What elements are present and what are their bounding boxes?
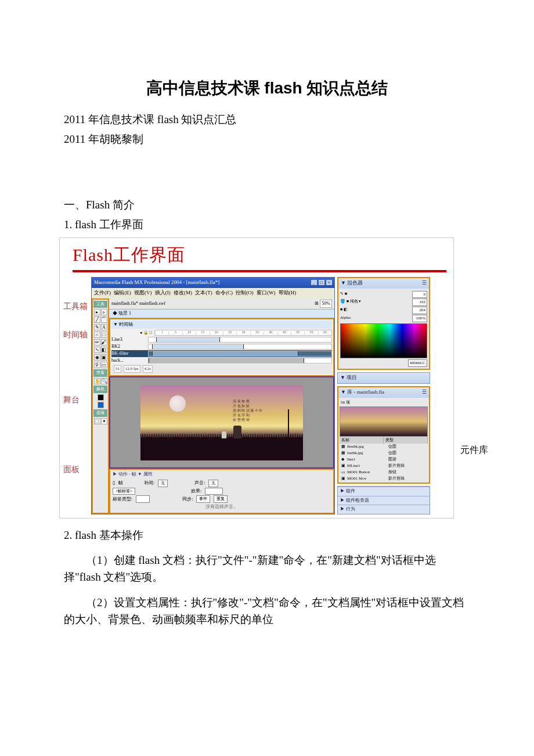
color-panel-title: ▼ 混色器	[341, 279, 363, 287]
frame-label: 帧	[118, 480, 123, 487]
label-timeline: 时间轴	[63, 329, 89, 341]
label-type-value	[136, 495, 150, 503]
library-panel: ▼ 库 - mainflash.fla☰ 56 项 名称 类型 ▦firstbk…	[337, 386, 430, 484]
lib-item-0: firstbk.jpg	[345, 444, 387, 450]
alpha-label: Alpha:	[340, 315, 351, 322]
person-graphic	[233, 426, 241, 438]
lib-type-5: 影片剪辑	[387, 476, 428, 482]
section-heading: 一、Flash 简介	[64, 196, 470, 213]
behaviors-panel: ▶ 行为	[338, 505, 430, 513]
doc-tab-names: mainflash.fla* mainflash.swf	[111, 300, 165, 307]
lib-item-1: lastbk.jpg	[345, 450, 387, 456]
snap-icon: ✦	[101, 418, 107, 424]
ruler-1: 1	[155, 330, 168, 335]
toolbox: 工具 ▸▹ ╱⌒ ✎A ○□ ✏🖌 ⤡◧ ◉▣ ⚲▭ 查看 ✋🔍 颜色	[92, 298, 109, 514]
sound-label: 声音:	[194, 480, 205, 487]
tl-time: 4.2s	[143, 365, 153, 373]
ruler-10: 10	[182, 330, 196, 335]
fit-icon: ⊞	[315, 300, 319, 307]
arrow-icon: ▸	[94, 309, 100, 315]
doc-subtitle-1: 2011 年信息技术课 flash 知识点汇总	[64, 111, 470, 128]
ink-icon: ◉	[94, 354, 100, 361]
doc-tabs: mainflash.fla* mainflash.swf ⊞ 50%	[109, 298, 334, 309]
poem-text: 清 夜 無 塵月 色 如 銀酒 斟 時 須 滿 十 分浮 名 浮 利休 苦 勞 …	[233, 399, 262, 422]
collapsed-panels: ▶ 组件 ▶ 组件检查器 ▶ 行为	[337, 486, 430, 514]
timeline-title: ▼ 时间轴	[111, 321, 332, 329]
rect-icon: □	[101, 332, 107, 338]
tree-graphic	[288, 409, 289, 438]
eraser-icon: ▭	[101, 362, 107, 368]
label-library: 元件库	[460, 443, 488, 458]
figure-rule	[73, 270, 446, 272]
ruler-25: 25	[223, 330, 236, 335]
ruler-35: 35	[250, 330, 264, 335]
menu-modify: 修改(M)	[174, 290, 192, 296]
color-mode: 纯色	[350, 299, 358, 304]
effect-value	[205, 488, 223, 495]
project-panel-title: ▼ 项目	[340, 374, 357, 382]
menu-text: 文本(T)	[195, 290, 212, 296]
library-preview	[340, 406, 428, 437]
ruler-55: 55	[304, 330, 317, 335]
tl-frame: 51	[114, 365, 121, 373]
ground-graphic	[140, 437, 303, 460]
lasso-icon: ⌒	[101, 316, 107, 323]
lib-item-2: line1	[345, 456, 387, 463]
frame-name-input: <帧标签>	[113, 488, 135, 495]
movieclip-icon: ▣	[340, 476, 345, 482]
components-panel: ▶ 组件	[338, 487, 430, 495]
window-controls: _ □ ×	[311, 279, 333, 287]
doc-title: 高中信息技术课 flash 知识点总结	[64, 75, 470, 100]
lib-type-3: 影片剪辑	[387, 463, 428, 469]
color-section: 颜色	[93, 386, 107, 393]
sound-value: 无	[208, 480, 218, 487]
prop-tabs: ▶ 动作 - 帧 ▼ 属性	[113, 471, 331, 478]
figure-title: Flash工作界面	[73, 245, 185, 264]
timeline-panel: ▼ 时间轴 ● 🔒 □ 1 5 10 15 20 25	[109, 318, 334, 376]
sync-value: 事件	[196, 495, 210, 503]
view-section: 查看	[93, 369, 107, 377]
button-icon: ▭	[340, 469, 345, 476]
repeat-value: 重复	[214, 495, 228, 503]
ruler-60: 60	[318, 330, 331, 335]
item-1: 1. flash 工作界面	[64, 216, 470, 233]
frame-icon: ▯	[113, 480, 115, 487]
lib-item-4: MO01 Button	[345, 469, 387, 476]
flash-window: Macromedia Flash MX Professional 2004 - …	[91, 277, 335, 514]
color-a: 100%	[412, 315, 427, 322]
maximize-icon: □	[319, 280, 324, 285]
option-icon: ⬚	[94, 418, 100, 424]
ruler-50: 50	[291, 330, 304, 335]
lib-type-2: 图形	[387, 456, 428, 463]
lib-type-4: 按钮	[387, 469, 428, 476]
stage-area: 清 夜 無 塵月 色 如 銀酒 斟 時 須 滿 十 分浮 名 浮 利休 苦 勞 …	[109, 376, 334, 469]
color-spectrum	[340, 323, 427, 358]
ruler-15: 15	[196, 330, 209, 335]
scene-bar: ◆ 场景 1	[109, 309, 334, 318]
layer-2: BK-filter	[111, 350, 146, 357]
component-inspector-panel: ▶ 组件检查器	[338, 496, 430, 505]
doc-subtitle-2: 2011 年胡晓黎制	[64, 131, 470, 147]
library-count: 56 项	[340, 399, 428, 406]
toolbox-title: 工具	[93, 301, 107, 308]
stage-canvas: 清 夜 無 塵月 色 如 銀酒 斟 時 須 滿 十 分浮 名 浮 利休 苦 勞 …	[140, 385, 303, 460]
zoom-icon: 🔍	[101, 378, 107, 384]
figure-flash-ui: Flash工作界面 工具箱 时间轴 舞台 面板 Macromedia Flash…	[59, 237, 470, 518]
moon-graphic	[169, 395, 186, 412]
properties-panel: ▶ 动作 - 帧 ▼ 属性 ▯ 帧 补间: 无 声音: 无 <帧标签>	[109, 469, 334, 513]
paragraph-2: （2）设置文档属性：执行"修改"-"文档"命令，在"文档属性"对话框中设置文档的…	[64, 594, 470, 628]
paragraph-1: （1）创建 flash 文档：执行"文件"-"新建"命令，在"新建文档"对话框中…	[64, 552, 470, 586]
stroke-color	[98, 394, 104, 401]
options-section: 选项	[93, 409, 107, 417]
lib-col-name: 名称	[340, 437, 384, 444]
item-2: 2. flash 基本操作	[64, 527, 470, 543]
label-toolbox: 工具箱	[63, 300, 89, 313]
fill-color	[98, 402, 104, 408]
hand-icon: ✋	[94, 378, 100, 384]
eyedrop-icon: ⚲	[94, 362, 100, 368]
transform-icon: ⤡	[94, 347, 100, 353]
minimize-icon: _	[311, 280, 317, 285]
menu-file: 文件(F)	[94, 290, 111, 296]
graphic-icon: ◆	[340, 456, 345, 463]
ruler-45: 45	[277, 330, 291, 335]
